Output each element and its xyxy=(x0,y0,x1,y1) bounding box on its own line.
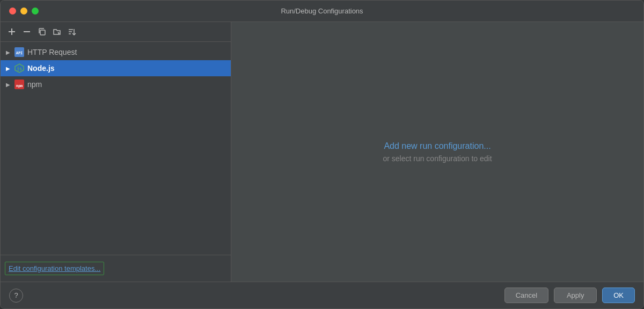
title-bar: Run/Debug Configurations xyxy=(1,1,643,22)
footer: ? Cancel Apply OK xyxy=(1,282,643,308)
npm-label: npm xyxy=(27,80,42,89)
http-request-icon: API xyxy=(14,47,24,57)
help-button[interactable]: ? xyxy=(9,289,23,303)
add-new-config-link[interactable]: Add new run configuration... xyxy=(384,141,491,151)
footer-right: Cancel Apply OK xyxy=(504,288,635,303)
ok-button[interactable]: OK xyxy=(602,288,635,303)
http-request-label: HTTP Request xyxy=(27,48,77,56)
toolbar xyxy=(1,22,231,42)
move-to-group-button[interactable] xyxy=(50,25,64,38)
or-select-text: or select run configuration to edit xyxy=(383,154,492,163)
left-panel: ▶ API HTTP Request ▶ j xyxy=(1,22,231,282)
bottom-link-area: Edit configuration templates... xyxy=(1,255,231,282)
add-config-button[interactable] xyxy=(5,25,19,38)
nodejs-label: Node.js xyxy=(27,64,55,73)
main-content: ▶ API HTTP Request ▶ j xyxy=(1,22,643,282)
minus-icon xyxy=(23,27,31,36)
chevron-right-icon-npm: ▶ xyxy=(5,81,11,88)
svg-text:npm: npm xyxy=(16,84,23,88)
maximize-button[interactable] xyxy=(32,8,39,15)
svg-text:js: js xyxy=(17,66,22,71)
remove-config-button[interactable] xyxy=(20,25,34,38)
cancel-button[interactable]: Cancel xyxy=(504,288,548,303)
tree-item-nodejs[interactable]: ▶ js Node.js xyxy=(1,60,231,76)
sort-icon xyxy=(68,27,76,36)
window-controls xyxy=(9,8,39,15)
edit-templates-link[interactable]: Edit configuration templates... xyxy=(5,262,104,275)
tree-item-npm[interactable]: ▶ npm npm xyxy=(1,76,231,92)
close-button[interactable] xyxy=(9,8,16,15)
chevron-right-icon-nodejs: ▶ xyxy=(5,65,11,71)
sort-button[interactable] xyxy=(65,25,79,38)
copy-icon xyxy=(38,27,46,36)
config-tree: ▶ API HTTP Request ▶ j xyxy=(1,42,231,255)
svg-rect-0 xyxy=(40,30,45,35)
tree-item-http-request[interactable]: ▶ API HTTP Request xyxy=(1,44,231,60)
apply-button[interactable]: Apply xyxy=(554,288,597,303)
footer-left: ? xyxy=(9,289,23,303)
run-debug-dialog: Run/Debug Configurations xyxy=(0,0,644,309)
minimize-button[interactable] xyxy=(20,8,27,15)
copy-config-button[interactable] xyxy=(35,25,49,38)
svg-text:API: API xyxy=(16,51,23,55)
npm-icon: npm xyxy=(14,80,24,89)
folder-move-icon xyxy=(53,27,61,36)
right-panel: Add new run configuration... or select r… xyxy=(231,22,643,282)
nodejs-icon: js xyxy=(14,63,24,73)
chevron-right-icon: ▶ xyxy=(5,49,11,55)
dialog-title: Run/Debug Configurations xyxy=(281,7,363,15)
plus-icon xyxy=(8,27,16,36)
